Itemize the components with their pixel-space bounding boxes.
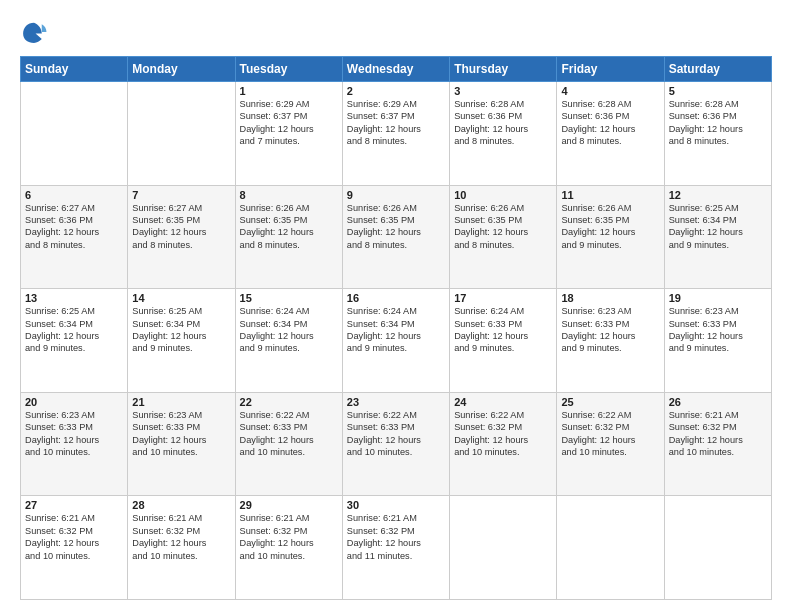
weekday-header-tuesday: Tuesday (235, 57, 342, 82)
calendar-cell: 15Sunrise: 6:24 AMSunset: 6:34 PMDayligh… (235, 289, 342, 393)
day-number: 9 (347, 189, 445, 201)
cell-content: Sunrise: 6:23 AMSunset: 6:33 PMDaylight:… (132, 409, 230, 459)
calendar-table: SundayMondayTuesdayWednesdayThursdayFrid… (20, 56, 772, 600)
calendar-cell (21, 82, 128, 186)
cell-content: Sunrise: 6:22 AMSunset: 6:33 PMDaylight:… (347, 409, 445, 459)
cell-content: Sunrise: 6:28 AMSunset: 6:36 PMDaylight:… (454, 98, 552, 148)
day-number: 28 (132, 499, 230, 511)
day-number: 3 (454, 85, 552, 97)
day-number: 20 (25, 396, 123, 408)
calendar-cell: 9Sunrise: 6:26 AMSunset: 6:35 PMDaylight… (342, 185, 449, 289)
day-number: 25 (561, 396, 659, 408)
weekday-header-saturday: Saturday (664, 57, 771, 82)
cell-content: Sunrise: 6:27 AMSunset: 6:35 PMDaylight:… (132, 202, 230, 252)
calendar-body: 1Sunrise: 6:29 AMSunset: 6:37 PMDaylight… (21, 82, 772, 600)
day-number: 10 (454, 189, 552, 201)
calendar-cell: 3Sunrise: 6:28 AMSunset: 6:36 PMDaylight… (450, 82, 557, 186)
logo (20, 18, 52, 46)
calendar-cell: 30Sunrise: 6:21 AMSunset: 6:32 PMDayligh… (342, 496, 449, 600)
cell-content: Sunrise: 6:29 AMSunset: 6:37 PMDaylight:… (240, 98, 338, 148)
day-number: 17 (454, 292, 552, 304)
calendar-week-1: 1Sunrise: 6:29 AMSunset: 6:37 PMDaylight… (21, 82, 772, 186)
day-number: 4 (561, 85, 659, 97)
day-number: 11 (561, 189, 659, 201)
calendar-cell: 5Sunrise: 6:28 AMSunset: 6:36 PMDaylight… (664, 82, 771, 186)
cell-content: Sunrise: 6:24 AMSunset: 6:33 PMDaylight:… (454, 305, 552, 355)
calendar-cell: 19Sunrise: 6:23 AMSunset: 6:33 PMDayligh… (664, 289, 771, 393)
calendar-cell: 14Sunrise: 6:25 AMSunset: 6:34 PMDayligh… (128, 289, 235, 393)
day-number: 15 (240, 292, 338, 304)
calendar-cell: 16Sunrise: 6:24 AMSunset: 6:34 PMDayligh… (342, 289, 449, 393)
calendar-cell: 29Sunrise: 6:21 AMSunset: 6:32 PMDayligh… (235, 496, 342, 600)
cell-content: Sunrise: 6:28 AMSunset: 6:36 PMDaylight:… (561, 98, 659, 148)
calendar-cell: 17Sunrise: 6:24 AMSunset: 6:33 PMDayligh… (450, 289, 557, 393)
day-number: 26 (669, 396, 767, 408)
cell-content: Sunrise: 6:25 AMSunset: 6:34 PMDaylight:… (669, 202, 767, 252)
cell-content: Sunrise: 6:21 AMSunset: 6:32 PMDaylight:… (347, 512, 445, 562)
cell-content: Sunrise: 6:28 AMSunset: 6:36 PMDaylight:… (669, 98, 767, 148)
day-number: 13 (25, 292, 123, 304)
day-number: 21 (132, 396, 230, 408)
calendar-cell: 4Sunrise: 6:28 AMSunset: 6:36 PMDaylight… (557, 82, 664, 186)
weekday-header-wednesday: Wednesday (342, 57, 449, 82)
cell-content: Sunrise: 6:27 AMSunset: 6:36 PMDaylight:… (25, 202, 123, 252)
cell-content: Sunrise: 6:21 AMSunset: 6:32 PMDaylight:… (132, 512, 230, 562)
calendar-cell: 2Sunrise: 6:29 AMSunset: 6:37 PMDaylight… (342, 82, 449, 186)
calendar-cell: 22Sunrise: 6:22 AMSunset: 6:33 PMDayligh… (235, 392, 342, 496)
calendar-cell: 28Sunrise: 6:21 AMSunset: 6:32 PMDayligh… (128, 496, 235, 600)
cell-content: Sunrise: 6:23 AMSunset: 6:33 PMDaylight:… (669, 305, 767, 355)
calendar-cell: 10Sunrise: 6:26 AMSunset: 6:35 PMDayligh… (450, 185, 557, 289)
day-number: 14 (132, 292, 230, 304)
cell-content: Sunrise: 6:23 AMSunset: 6:33 PMDaylight:… (25, 409, 123, 459)
calendar-cell (450, 496, 557, 600)
cell-content: Sunrise: 6:22 AMSunset: 6:32 PMDaylight:… (454, 409, 552, 459)
weekday-header-friday: Friday (557, 57, 664, 82)
calendar-cell: 1Sunrise: 6:29 AMSunset: 6:37 PMDaylight… (235, 82, 342, 186)
calendar-cell: 26Sunrise: 6:21 AMSunset: 6:32 PMDayligh… (664, 392, 771, 496)
calendar-cell: 8Sunrise: 6:26 AMSunset: 6:35 PMDaylight… (235, 185, 342, 289)
weekday-header-monday: Monday (128, 57, 235, 82)
day-number: 16 (347, 292, 445, 304)
calendar-cell (664, 496, 771, 600)
cell-content: Sunrise: 6:24 AMSunset: 6:34 PMDaylight:… (347, 305, 445, 355)
cell-content: Sunrise: 6:22 AMSunset: 6:33 PMDaylight:… (240, 409, 338, 459)
header (20, 18, 772, 46)
calendar-cell (557, 496, 664, 600)
cell-content: Sunrise: 6:22 AMSunset: 6:32 PMDaylight:… (561, 409, 659, 459)
day-number: 18 (561, 292, 659, 304)
cell-content: Sunrise: 6:23 AMSunset: 6:33 PMDaylight:… (561, 305, 659, 355)
calendar-week-2: 6Sunrise: 6:27 AMSunset: 6:36 PMDaylight… (21, 185, 772, 289)
day-number: 22 (240, 396, 338, 408)
day-number: 27 (25, 499, 123, 511)
calendar-cell: 6Sunrise: 6:27 AMSunset: 6:36 PMDaylight… (21, 185, 128, 289)
calendar-cell: 13Sunrise: 6:25 AMSunset: 6:34 PMDayligh… (21, 289, 128, 393)
weekday-header-sunday: Sunday (21, 57, 128, 82)
calendar-cell: 25Sunrise: 6:22 AMSunset: 6:32 PMDayligh… (557, 392, 664, 496)
calendar-cell: 27Sunrise: 6:21 AMSunset: 6:32 PMDayligh… (21, 496, 128, 600)
day-number: 1 (240, 85, 338, 97)
weekday-header-thursday: Thursday (450, 57, 557, 82)
calendar-week-5: 27Sunrise: 6:21 AMSunset: 6:32 PMDayligh… (21, 496, 772, 600)
calendar-week-3: 13Sunrise: 6:25 AMSunset: 6:34 PMDayligh… (21, 289, 772, 393)
day-number: 8 (240, 189, 338, 201)
cell-content: Sunrise: 6:25 AMSunset: 6:34 PMDaylight:… (132, 305, 230, 355)
calendar-cell: 24Sunrise: 6:22 AMSunset: 6:32 PMDayligh… (450, 392, 557, 496)
calendar-header: SundayMondayTuesdayWednesdayThursdayFrid… (21, 57, 772, 82)
day-number: 2 (347, 85, 445, 97)
page: SundayMondayTuesdayWednesdayThursdayFrid… (0, 0, 792, 612)
day-number: 12 (669, 189, 767, 201)
calendar-cell: 11Sunrise: 6:26 AMSunset: 6:35 PMDayligh… (557, 185, 664, 289)
cell-content: Sunrise: 6:21 AMSunset: 6:32 PMDaylight:… (669, 409, 767, 459)
logo-icon (20, 18, 48, 46)
calendar-cell: 21Sunrise: 6:23 AMSunset: 6:33 PMDayligh… (128, 392, 235, 496)
cell-content: Sunrise: 6:21 AMSunset: 6:32 PMDaylight:… (25, 512, 123, 562)
cell-content: Sunrise: 6:25 AMSunset: 6:34 PMDaylight:… (25, 305, 123, 355)
day-number: 6 (25, 189, 123, 201)
cell-content: Sunrise: 6:26 AMSunset: 6:35 PMDaylight:… (347, 202, 445, 252)
calendar-cell: 20Sunrise: 6:23 AMSunset: 6:33 PMDayligh… (21, 392, 128, 496)
cell-content: Sunrise: 6:26 AMSunset: 6:35 PMDaylight:… (454, 202, 552, 252)
calendar-cell: 7Sunrise: 6:27 AMSunset: 6:35 PMDaylight… (128, 185, 235, 289)
cell-content: Sunrise: 6:21 AMSunset: 6:32 PMDaylight:… (240, 512, 338, 562)
weekday-header-row: SundayMondayTuesdayWednesdayThursdayFrid… (21, 57, 772, 82)
day-number: 7 (132, 189, 230, 201)
